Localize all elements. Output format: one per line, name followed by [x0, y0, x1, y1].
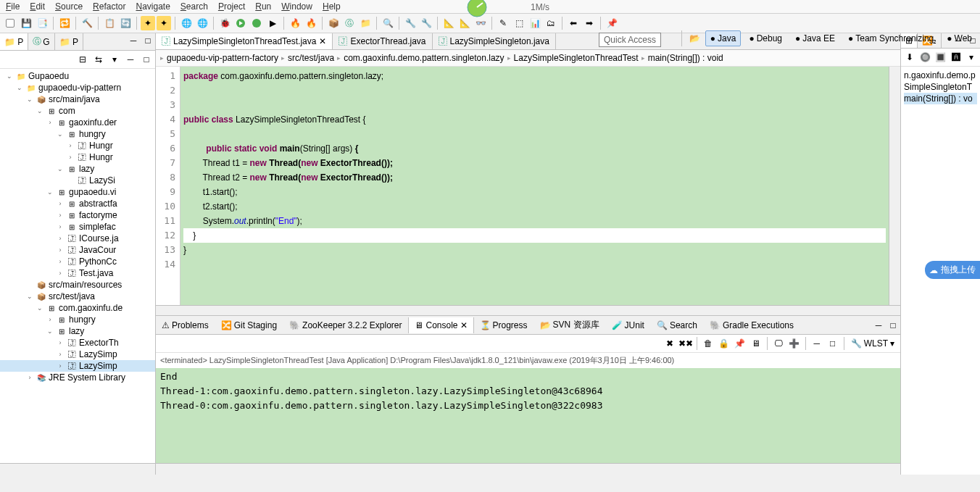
bottom-tab-zookeeper-------explorer[interactable]: 🐘ZooKeeper 3.2.2 Explorer	[283, 317, 408, 333]
breadcrumb-item[interactable]: LazySimpleSingletonThreadTest	[514, 53, 639, 63]
left-min-icon[interactable]: ─	[126, 33, 141, 48]
minimize-console-icon[interactable]: ─	[810, 336, 824, 351]
filter1-icon[interactable]: 🔘	[918, 50, 931, 64]
sort-icon[interactable]: ⬇	[902, 50, 916, 64]
remove-launch-icon[interactable]: ✖	[663, 336, 677, 351]
tree-node[interactable]: ⌄⊞lazy	[0, 163, 155, 175]
code-content[interactable]: package com.gaoxinfu.demo.pattern.single…	[180, 67, 889, 305]
left-max-icon[interactable]: □	[141, 33, 155, 48]
tree-node[interactable]: ›🇯Hungr	[0, 151, 155, 163]
left-tab-1[interactable]: Ⓖ G	[28, 33, 54, 50]
tool-d-icon[interactable]: 📐	[457, 16, 472, 30]
highlight1-icon[interactable]: ✦	[141, 16, 155, 30]
breadcrumb-item[interactable]: src/test/java	[288, 53, 334, 63]
tree-node[interactable]: ›🇯Hungr	[0, 140, 155, 151]
tool-a-icon[interactable]: 🔧	[403, 16, 418, 30]
btab-min-icon[interactable]: ─	[871, 318, 886, 333]
breadcrumb-item[interactable]: main(String[]) : void	[648, 53, 723, 63]
scroll-lock-icon[interactable]: 🔒	[717, 336, 731, 351]
tree-node[interactable]: ›🇯PythonCc	[0, 256, 155, 267]
filter4-icon[interactable]: ▾	[965, 50, 979, 64]
coverage-icon[interactable]	[249, 16, 264, 30]
outline-tree[interactable]: n.gaoxinfu.demo.pSimpleSingletonTmain(St…	[901, 67, 980, 107]
tree-node[interactable]: ›🇯JavaCour	[0, 244, 155, 256]
tree-node[interactable]: ›🇯LazySimp	[0, 360, 155, 372]
tree-node[interactable]: ⌄⊞gupaoedu.vi	[0, 186, 155, 198]
filter2-icon[interactable]: 🔳	[934, 50, 947, 64]
tree-h-scrollbar[interactable]	[0, 463, 155, 475]
tree-node[interactable]: ⌄📦src/main/java	[0, 93, 155, 105]
tool-c-icon[interactable]: 📐	[441, 16, 456, 30]
run-icon[interactable]	[233, 16, 248, 30]
menu-help[interactable]: Help	[323, 1, 341, 12]
bottom-tab-progress[interactable]: ⏳Progress	[474, 317, 534, 333]
tree-node[interactable]: ›⊞hungry	[0, 314, 155, 325]
outline-item[interactable]: SimpleSingletonT	[904, 81, 977, 93]
open-perspective-icon[interactable]: 📂	[688, 31, 702, 46]
left-tab-2[interactable]: 📁 P	[55, 33, 83, 50]
bottom-tab-git-staging[interactable]: 🔀Git Staging	[215, 317, 283, 333]
new-folder-icon[interactable]: 📁	[358, 16, 373, 30]
perspective-web[interactable]: ●Web	[942, 30, 977, 46]
editor-h-scrollbar[interactable]	[156, 305, 900, 315]
menu-navigate[interactable]: Navigate	[136, 1, 170, 12]
project-tree[interactable]: ⌄📁Gupaoedu⌄📁gupaoedu-vip-pattern⌄📦src/ma…	[0, 69, 155, 463]
flame-icon[interactable]: 🔥	[288, 16, 302, 30]
display-selected-icon[interactable]: 🖥	[749, 336, 763, 351]
outline-item[interactable]: main(String[]) : vo	[904, 93, 977, 104]
menu-refactor[interactable]: Refactor	[93, 1, 125, 12]
refresh-icon[interactable]: 🔄	[118, 16, 133, 30]
tree-node[interactable]: ›🇯ExectorTh	[0, 337, 155, 349]
tree-node[interactable]: ›⊞abstractfa	[0, 198, 155, 209]
menu-file[interactable]: File	[6, 1, 20, 12]
tool-g-icon[interactable]: ⬚	[512, 16, 526, 30]
upload-float-button[interactable]: ☁ 拖拽上传	[925, 261, 980, 279]
menu-source[interactable]: Source	[55, 1, 83, 12]
tree-node[interactable]: ›🇯ICourse.ja	[0, 233, 155, 244]
tool-f-icon[interactable]: ✎	[496, 16, 510, 30]
pin-console-icon[interactable]: 📌	[733, 336, 747, 351]
bottom-tab-junit[interactable]: 🧪JUnit	[606, 317, 651, 333]
console-dropdown[interactable]: 🔧WLST ▾	[848, 338, 897, 349]
tree-node[interactable]: ›⊞gaoxinfu.der	[0, 117, 155, 128]
new-class-icon[interactable]: Ⓖ	[342, 16, 357, 30]
save-icon[interactable]: 💾	[19, 16, 33, 30]
tree-node[interactable]: ›📚JRE System Library	[0, 372, 155, 383]
highlight2-icon[interactable]: ✦	[157, 16, 171, 30]
tool-b-icon[interactable]: 🔧	[419, 16, 433, 30]
hammer-icon[interactable]: 🔨	[80, 16, 94, 30]
breadcrumb[interactable]: ▸gupaoedu-vip-pattern-factory▸src/test/j…	[156, 50, 900, 67]
tree-node[interactable]: 🇯LazySi	[0, 175, 155, 186]
collapse-all-icon[interactable]: ⊟	[75, 52, 90, 67]
maximize-console-icon[interactable]: □	[826, 336, 840, 351]
menu-run[interactable]: Run	[255, 1, 271, 12]
editor-tab[interactable]: 🇯LazySimpleSingletonThreadTest.java ✕	[156, 33, 333, 49]
srv-icon[interactable]: 🌐	[179, 16, 194, 30]
left-tab-0[interactable]: 📁 P	[0, 33, 28, 50]
new-pkg-icon[interactable]: 📦	[326, 16, 341, 30]
menu-edit[interactable]: Edit	[30, 1, 45, 12]
search-icon[interactable]: 🔍	[381, 16, 395, 30]
tree-node[interactable]: ›⊞simplefac	[0, 221, 155, 233]
editor-tab[interactable]: 🇯ExectorThread.java	[333, 33, 432, 49]
filter3-icon[interactable]: 🅰	[949, 50, 963, 64]
run-ext-icon[interactable]: ▶	[265, 16, 280, 30]
outline-item[interactable]: n.gaoxinfu.demo.p	[904, 70, 977, 81]
console-h-scrollbar[interactable]	[156, 463, 900, 475]
tree-node[interactable]: ⌄⊞com.gaoxinfu.de	[0, 302, 155, 314]
menu-window[interactable]: Window	[281, 1, 312, 12]
link-editor-icon[interactable]: ⇆	[91, 52, 106, 67]
breadcrumb-item[interactable]: gupaoedu-vip-pattern-factory	[167, 53, 278, 63]
close-tab-icon[interactable]: ✕	[319, 36, 326, 46]
extra-icon[interactable]: 📋	[102, 16, 117, 30]
breadcrumb-item[interactable]: com.gaoxinfu.demo.pattern.singleton.lazy	[344, 53, 504, 63]
tree-node[interactable]: ⌄⊞lazy	[0, 325, 155, 337]
tree-node[interactable]: ⌄📁gupaoedu-vip-pattern	[0, 82, 155, 93]
perspective-team-synchronizing[interactable]: ●Team Synchronizing	[843, 30, 939, 46]
tool-e-icon[interactable]: 👓	[473, 16, 488, 30]
fire-icon[interactable]: 🔥	[304, 16, 318, 30]
tree-node[interactable]: ⌄⊞com	[0, 105, 155, 117]
maximize-icon[interactable]: □	[139, 52, 154, 67]
quick-access-input[interactable]: Quick Access	[599, 33, 661, 47]
code-editor[interactable]: 1234567891011121314 package com.gaoxinfu…	[156, 67, 900, 305]
